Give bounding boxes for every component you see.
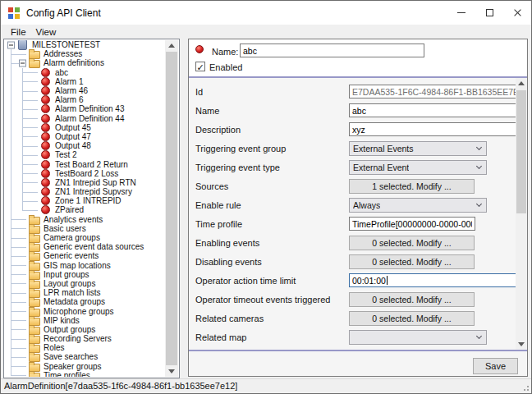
form-dropdown[interactable]: External Events — [349, 141, 487, 156]
enabled-label: Enabled — [209, 62, 242, 72]
scroll-down-icon[interactable] — [516, 339, 527, 350]
tree-item[interactable]: Time profiles — [5, 371, 165, 377]
minimize-button[interactable] — [447, 1, 475, 25]
chevron-down-icon — [476, 201, 482, 207]
tree-item[interactable]: Generic events — [5, 251, 165, 260]
form-row-label: Description — [195, 125, 349, 135]
tree-item[interactable]: TestBoard 2 Loss — [5, 169, 165, 178]
tree-item[interactable]: Recording Servers — [5, 334, 165, 343]
form-row-label: Enabling events — [195, 238, 349, 248]
resize-grip[interactable] — [522, 384, 530, 392]
tree-item[interactable]: Alarm 6 — [5, 95, 165, 104]
tree-item-label: Test Board 2 Return — [53, 160, 130, 169]
form-text-input[interactable]: TimeProfile[00000000-0000-0000-0000-00 — [349, 217, 475, 231]
tree-item-label: Time profiles — [42, 371, 92, 377]
form-row-label: Operator timeout events triggered — [195, 295, 349, 305]
scroll-up-icon[interactable] — [165, 40, 178, 51]
form-dropdown-value: External Event — [353, 163, 409, 172]
form-text-input[interactable]: E7DAA535-1F6C-4984-86F1-BB1635EE7E12 — [349, 85, 521, 98]
tree-item[interactable]: Alarm 46 — [5, 86, 165, 95]
tree-scrollbar[interactable] — [165, 40, 178, 377]
form-row: Triggering event group External Events — [189, 139, 527, 158]
tree-item[interactable]: Metadata groups — [5, 297, 165, 306]
tree-item[interactable]: GIS map locations — [5, 261, 165, 270]
tree-item[interactable]: ZPaired — [5, 205, 165, 214]
close-button[interactable] — [503, 1, 531, 25]
tree-item[interactable]: MILESTONETEST — [5, 40, 165, 49]
tree-item[interactable]: Layout groups — [5, 279, 165, 288]
tree-item[interactable]: MIP kinds — [5, 316, 165, 325]
menu-view[interactable]: View — [31, 26, 62, 38]
tree-item[interactable]: LPR match lists — [5, 288, 165, 297]
tree-item[interactable]: Output 47 — [5, 132, 165, 141]
tree-item-icon — [29, 261, 39, 270]
save-button[interactable]: Save — [473, 358, 518, 374]
expander-minus-icon[interactable] — [7, 41, 15, 48]
tree-item[interactable]: abc — [5, 68, 165, 77]
tree-item[interactable]: Analytics events — [5, 215, 165, 224]
tree-item[interactable]: Zone 1 INTREPID — [5, 196, 165, 205]
tree-item-label: abc — [53, 68, 70, 77]
form-dropdown[interactable]: External Event — [349, 160, 487, 175]
status-text: AlarmDefinition[e7daa535-1f6c-4984-86f1-… — [4, 379, 237, 393]
scroll-down-icon[interactable] — [165, 366, 178, 377]
tree-item[interactable]: Alarm Definition 44 — [5, 114, 165, 123]
name-input[interactable]: abc — [240, 44, 424, 57]
scroll-up-icon[interactable] — [516, 78, 527, 89]
enabled-checkbox[interactable] — [195, 62, 205, 71]
form-row: Enable rule Always — [189, 195, 527, 214]
tree-item-icon — [40, 77, 51, 86]
tree-item-icon — [29, 352, 39, 361]
tree-item[interactable]: Output 45 — [5, 123, 165, 132]
tree-item[interactable]: Camera groups — [5, 233, 165, 242]
form-row: Time profile TimeProfile[00000000-0000-0… — [189, 214, 527, 233]
tree-item[interactable]: Generic event data sources — [5, 242, 165, 251]
tree-item[interactable]: Alarm Definition 43 — [5, 104, 165, 113]
tree-item[interactable]: Speaker groups — [5, 362, 165, 371]
tree-item[interactable]: ZN1 Intrepid Sup RTN — [5, 178, 165, 187]
tree-item[interactable]: Output 48 — [5, 141, 165, 150]
tree-scrollbar-thumb[interactable] — [166, 52, 177, 365]
tree-item[interactable]: Roles — [5, 343, 165, 352]
tree-item[interactable]: Input groups — [5, 270, 165, 279]
tree-item[interactable]: Basic users — [5, 224, 165, 233]
tree-item-label: Camera groups — [42, 233, 102, 242]
form-row-label: Id — [195, 87, 349, 97]
tree-item[interactable]: Microphone groups — [5, 306, 165, 315]
form-modify-button[interactable]: 0 selected. Modify ... — [349, 292, 475, 307]
tree-item[interactable]: Output groups — [5, 325, 165, 334]
tree-item[interactable]: Alarm definitions — [5, 58, 165, 67]
tree-item-icon — [29, 242, 39, 251]
form-modify-button[interactable]: 0 selected. Modify ... — [349, 311, 475, 326]
form-scrollbar-thumb[interactable] — [516, 90, 526, 213]
tree-item[interactable]: Test 2 — [5, 150, 165, 159]
form-dropdown[interactable]: Always — [349, 198, 487, 213]
tree-item-label: Analytics events — [42, 215, 104, 224]
name-input-value: abc — [243, 46, 257, 56]
form-text-input[interactable]: abc — [349, 103, 521, 117]
tree-item-label: ZPaired — [53, 205, 85, 214]
tree-item[interactable]: Addresses — [5, 49, 165, 58]
form-row: Related map — [189, 328, 527, 346]
form-dropdown-value: External Events — [353, 144, 414, 153]
form-text-input[interactable]: 00:01:00 — [349, 273, 521, 287]
form-scrollbar[interactable] — [516, 78, 527, 350]
form-dropdown[interactable] — [349, 330, 487, 345]
tree-item-icon — [29, 325, 39, 334]
maximize-button[interactable] — [475, 1, 503, 25]
expander-minus-icon[interactable] — [19, 59, 26, 66]
tree-item-icon — [40, 123, 51, 132]
tree-item-icon — [29, 270, 39, 279]
form-modify-button[interactable]: 0 selected. Modify ... — [349, 236, 475, 250]
form-modify-button[interactable]: 0 selected. Modify ... — [349, 254, 475, 269]
tree-item[interactable]: Save searches — [5, 352, 165, 361]
tree-item-icon — [29, 307, 39, 316]
menu-file[interactable]: File — [6, 26, 31, 38]
tree-item[interactable]: Test Board 2 Return — [5, 159, 165, 168]
tree-item[interactable]: ZN1 Intrepid Supvsry — [5, 187, 165, 196]
form-text-input[interactable]: xyz — [349, 122, 521, 136]
tree-item[interactable]: Alarm 1 — [5, 77, 165, 86]
tree-item-icon — [40, 160, 51, 169]
form-modify-button[interactable]: 1 selected. Modify ... — [349, 179, 475, 194]
tree-item-label: LPR match lists — [42, 288, 102, 297]
